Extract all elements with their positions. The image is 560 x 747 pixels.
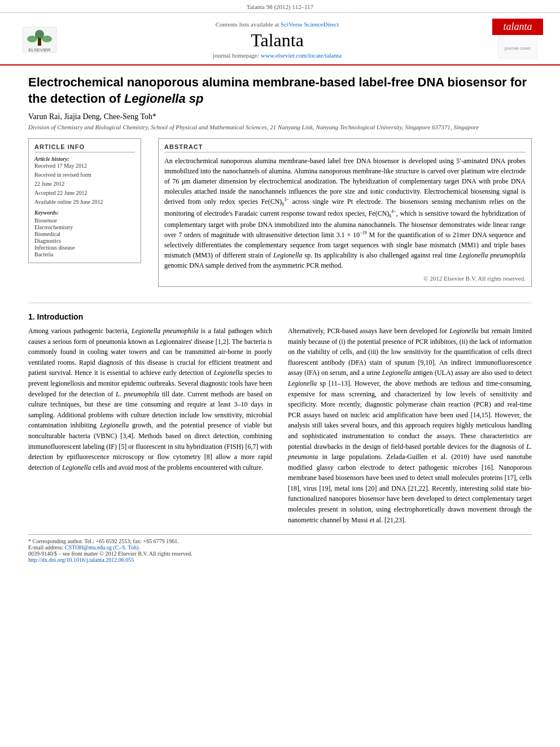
keyword-infectious: Infectious disease — [34, 244, 135, 251]
available-online: Available online 29 June 2012 — [34, 199, 135, 205]
intro-col2-text: Alternatively, PCR-based assays have bee… — [288, 326, 532, 525]
footnote-issn: 0039-9140/$ – see front matter © 2012 El… — [28, 551, 532, 557]
journal-header: ELSEVIER Contents lists available at Sci… — [0, 13, 560, 65]
received-revised-date: 22 June 2012 — [34, 181, 135, 187]
abstract-title: ABSTRACT — [164, 143, 526, 152]
email-link[interactable]: CSTOH@ntu.edu.sg (C.-S. Toh). — [65, 544, 140, 551]
journal-title: Talanta — [62, 30, 492, 51]
svg-rect-2 — [38, 38, 41, 46]
keyword-diagnostics: Diagnostics — [34, 238, 135, 244]
article-info-title: ARTICLE INFO — [34, 143, 135, 152]
citation-text: Talanta 98 (2012) 112–117 — [247, 3, 313, 10]
history-label: Article history: — [34, 156, 135, 162]
keyword-biomedical: Biomedical — [34, 231, 135, 237]
keyword-electrochemistry: Electrochemistry — [34, 224, 135, 230]
citation-bar: Talanta 98 (2012) 112–117 — [0, 0, 560, 13]
svg-point-4 — [42, 36, 52, 42]
svg-point-3 — [27, 36, 37, 42]
footnote-doi: http://dx.doi.org/10.1016/j.talanta.2012… — [28, 557, 532, 563]
footnotes: * Corresponding author. Tel.: +65 6592 2… — [28, 534, 532, 563]
section1-heading: 1. Introduction — [28, 312, 532, 321]
received-date: Received 17 May 2012 — [34, 163, 135, 169]
doi-link[interactable]: http://dx.doi.org/10.1016/j.talanta.2012… — [28, 557, 134, 563]
main-content: Electrochemical nanoporous alumina membr… — [0, 65, 560, 572]
intro-col1: Among various pathogenic bacteria, Legio… — [28, 326, 272, 525]
footnote-star: * Corresponding author. Tel.: +65 6592 2… — [28, 538, 532, 544]
footnote-email: E-mail address: CSTOH@ntu.edu.sg (C.-S. … — [28, 544, 532, 551]
info-abstract-section: ARTICLE INFO Article history: Received 1… — [28, 138, 532, 294]
article-title: Electrochemical nanoporous alumina membr… — [28, 75, 532, 107]
article-info-col: ARTICLE INFO Article history: Received 1… — [28, 138, 141, 294]
keyword-bacteria: Bacteria — [34, 251, 135, 257]
intro-col2: Alternatively, PCR-based assays have bee… — [288, 326, 532, 525]
abstract-box: ABSTRACT An electrochemical nanoporous a… — [158, 138, 532, 287]
elsevier-logo: ELSEVIER — [17, 24, 62, 55]
abstract-col: ABSTRACT An electrochemical nanoporous a… — [158, 138, 532, 294]
received-revised-label: Received in revised form — [34, 172, 135, 178]
intro-col1-text: Among various pathogenic bacteria, Legio… — [28, 326, 272, 473]
authors: Varun Rai, Jiajia Deng, Chee-Seng Toh* — [28, 112, 532, 121]
talanta-brand: talanta — [492, 19, 543, 35]
article-info-box: ARTICLE INFO Article history: Received 1… — [28, 138, 141, 263]
sciverse-link[interactable]: SciVerse ScienceDirect — [281, 21, 339, 28]
introduction-columns: Among various pathogenic bacteria, Legio… — [28, 326, 532, 525]
svg-text:journal cover: journal cover — [504, 46, 531, 51]
accepted-date: Accepted 22 June 2012 — [34, 190, 135, 196]
keywords-label: Keywords: — [34, 209, 135, 216]
svg-text:ELSEVIER: ELSEVIER — [28, 47, 50, 53]
contents-available: Contents lists available at SciVerse Sci… — [62, 21, 492, 28]
journal-homepage: journal homepage: www.elsevier.com/locat… — [62, 52, 492, 59]
homepage-link[interactable]: www.elsevier.com/locate/talanta — [261, 52, 342, 59]
affiliation: Division of Chemistry and Biological Che… — [28, 124, 532, 130]
copyright-line: © 2012 Elsevier B.V. All rights reserved… — [164, 275, 526, 282]
talanta-logo: talanta journal cover — [492, 19, 543, 61]
section-divider — [28, 303, 532, 303]
keyword-biosensor: Biosensor — [34, 217, 135, 224]
abstract-text: An electrochemical nanoporous alumina me… — [164, 156, 526, 270]
journal-header-center: Contents lists available at SciVerse Sci… — [62, 21, 492, 59]
